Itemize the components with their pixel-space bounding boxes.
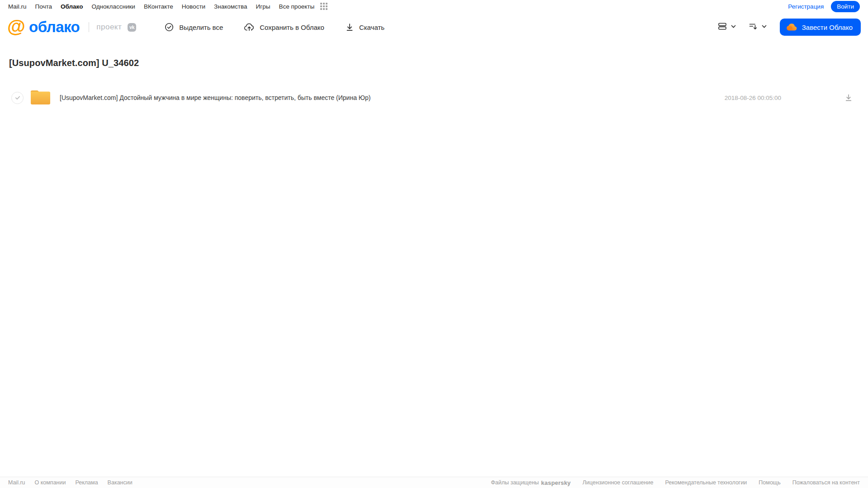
file-list: [UsupovMarket.com] Достойный мужчина в м… (9, 88, 868, 108)
portal-topbar: Mail.ru Почта Облако Одноклассники ВКонт… (0, 0, 868, 13)
nav-item-odnoklassniki[interactable]: Одноклассники (91, 3, 135, 10)
footer-right-links: Файлы защищены kaspersky Лицензионное со… (491, 479, 860, 486)
save-to-cloud-button[interactable]: Сохранить в Облако (244, 22, 324, 32)
cloud-logo[interactable]: @ облако проект vk (7, 19, 136, 36)
kaspersky-logo[interactable]: kaspersky (541, 479, 570, 486)
cloud-logo-text: облако (29, 19, 80, 36)
vk-badge-icon: vk (128, 23, 136, 32)
sort-dropdown[interactable] (748, 21, 767, 33)
create-cloud-label: Завести Облако (802, 24, 853, 31)
page-title: [UsupovMarket.com] U_34602 (9, 58, 868, 68)
nav-item-novosti[interactable]: Новости (182, 3, 205, 10)
download-button[interactable]: Скачать (345, 22, 384, 32)
cloud-icon (786, 23, 797, 32)
chevron-down-icon (730, 23, 736, 31)
folder-icon (30, 88, 51, 107)
cloud-upload-icon (244, 22, 255, 32)
footer-link-jobs[interactable]: Вакансии (108, 479, 133, 486)
portal-nav: Mail.ru Почта Облако Одноклассники ВКонт… (8, 3, 327, 10)
view-mode-dropdown[interactable] (717, 21, 736, 33)
select-all-button[interactable]: Выделить все (164, 22, 223, 32)
download-icon (345, 22, 354, 32)
footer-link-recommendation-tech[interactable]: Рекомендательные технологии (665, 479, 747, 486)
select-all-label: Выделить все (179, 24, 223, 31)
files-protected-label: Файлы защищены (491, 479, 539, 486)
nav-item-oblako[interactable]: Облако (61, 3, 83, 10)
check-circle-icon (164, 22, 174, 32)
footer-left-links: Mail.ru О компании Реклама Вакансии (8, 479, 133, 486)
footer-link-ads[interactable]: Реклама (75, 479, 98, 486)
login-button[interactable]: Войти (831, 1, 860, 12)
page-footer: Mail.ru О компании Реклама Вакансии Файл… (0, 477, 868, 488)
register-link[interactable]: Регистрация (788, 3, 824, 10)
nav-item-vkontakte[interactable]: ВКонтакте (144, 3, 173, 10)
logo-divider (89, 22, 89, 32)
sort-icon (748, 21, 758, 33)
row-checkbox[interactable] (11, 92, 24, 104)
nav-item-mailru[interactable]: Mail.ru (8, 3, 27, 10)
mailru-at-icon: @ (7, 17, 25, 36)
save-to-cloud-label: Сохранить в Облако (260, 24, 324, 31)
nav-item-pochta[interactable]: Почта (35, 3, 52, 10)
all-projects-grid-icon[interactable] (320, 3, 327, 10)
footer-link-license[interactable]: Лицензионное соглашение (583, 479, 654, 486)
footer-link-mailru[interactable]: Mail.ru (8, 479, 25, 486)
header-right-controls: Завести Облако (717, 19, 861, 36)
file-date: 2018-08-26 00:05:00 (725, 95, 781, 101)
file-toolbar: Выделить все Сохранить в Облако (164, 22, 384, 32)
app-header: @ облако проект vk Выделить все (0, 13, 868, 42)
nav-item-igry[interactable]: Игры (256, 3, 270, 10)
footer-link-help[interactable]: Помощь (759, 479, 780, 486)
create-cloud-button[interactable]: Завести Облако (780, 19, 861, 36)
row-download-icon[interactable] (844, 93, 853, 102)
file-name-link[interactable]: [UsupovMarket.com] Достойный мужчина в м… (60, 94, 370, 101)
footer-link-about[interactable]: О компании (35, 479, 66, 486)
kaspersky-protection: Файлы защищены kaspersky (491, 479, 571, 486)
chevron-down-icon (761, 23, 767, 31)
topbar-right: Регистрация Войти (788, 1, 860, 12)
file-row[interactable]: [UsupovMarket.com] Достойный мужчина в м… (9, 88, 868, 108)
main-content: [UsupovMarket.com] U_34602 (0, 58, 868, 108)
download-label: Скачать (359, 24, 384, 31)
list-view-icon (717, 21, 727, 33)
nav-item-znakomstva[interactable]: Знакомства (214, 3, 247, 10)
nav-item-all-projects[interactable]: Все проекты (279, 3, 314, 10)
project-vk-label: проект (96, 23, 122, 32)
footer-link-report-content[interactable]: Пожаловаться на контент (792, 479, 860, 486)
